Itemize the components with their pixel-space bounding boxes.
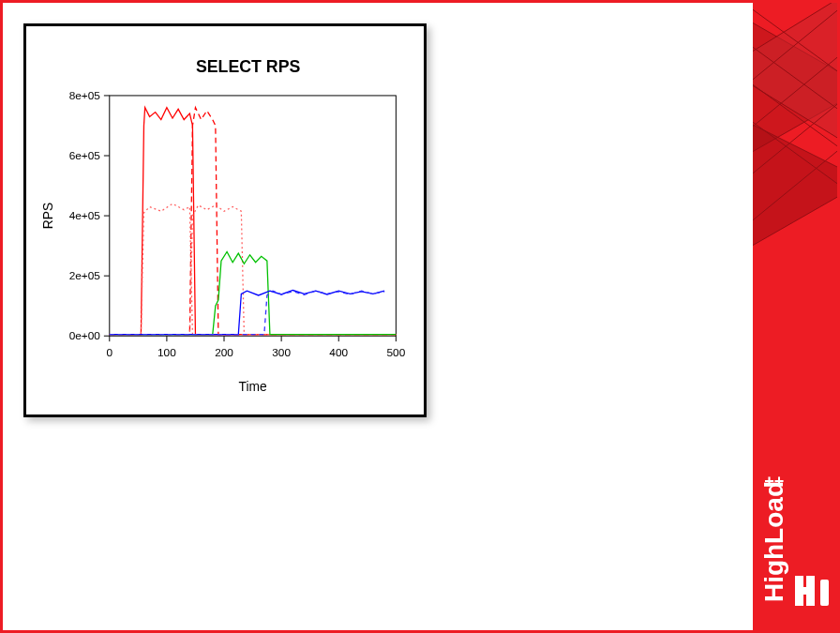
chart-title: SELECT RPS xyxy=(196,57,301,76)
series-red-dashed xyxy=(110,108,397,335)
brand-logo-icon xyxy=(793,572,831,610)
y-tick-label: 0e+00 xyxy=(69,329,101,342)
svg-rect-17 xyxy=(110,96,397,336)
y-tick-label: 4e+05 xyxy=(69,209,101,222)
x-tick-label: 500 xyxy=(386,346,405,359)
svg-rect-15 xyxy=(806,576,815,606)
svg-rect-12 xyxy=(753,247,837,284)
rps-chart: SELECT RPS 0100200300400500 0e+002e+054e… xyxy=(26,26,424,414)
x-axis-label: Time xyxy=(239,380,267,394)
sidebar-art xyxy=(753,3,837,284)
y-tick-label: 8e+05 xyxy=(69,89,101,102)
y-tick-label: 6e+05 xyxy=(69,149,101,162)
chart-card: SELECT RPS 0100200300400500 0e+002e+054e… xyxy=(23,23,427,417)
series-red-solid xyxy=(110,108,397,335)
series-red-dotted-1 xyxy=(110,203,397,334)
y-axis-label: RPS xyxy=(41,203,55,229)
x-tick-label: 200 xyxy=(215,346,233,359)
y-tick-label: 2e+05 xyxy=(69,269,101,282)
x-tick-label: 300 xyxy=(272,346,291,359)
x-tick-label: 0 xyxy=(106,346,112,359)
x-tick-label: 400 xyxy=(329,346,348,359)
slide-frame: ++ HighLoad SELECT RPS 0100200300400500 … xyxy=(0,0,840,633)
series-blue-dashed xyxy=(110,291,384,334)
svg-rect-16 xyxy=(820,580,829,606)
brand: ++ HighLoad xyxy=(753,481,837,613)
brand-name: HighLoad xyxy=(759,481,789,602)
series-blue-solid xyxy=(110,291,384,335)
x-tick-label: 100 xyxy=(158,346,176,359)
series-red-dotted-2 xyxy=(110,205,397,335)
chart-series xyxy=(110,108,397,335)
sidebar: ++ HighLoad xyxy=(753,3,837,630)
